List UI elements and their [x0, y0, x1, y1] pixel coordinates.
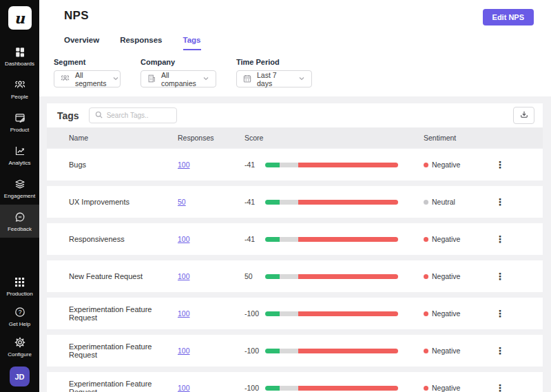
row-menu-button[interactable]: ⋮ [491, 233, 509, 245]
sidebar-item-product[interactable]: Product [0, 105, 39, 138]
sidebar-item-people[interactable]: People [0, 72, 39, 105]
column-header-name: Name [69, 134, 178, 142]
content-area: Tags Name Responses Score Sentiment [39, 96, 551, 392]
score-value: -100 [245, 309, 265, 318]
filter-bar: Segment All segments Company [54, 58, 551, 96]
avatar-initials: JD [14, 373, 24, 381]
edit-nps-button[interactable]: Edit NPS [483, 9, 534, 25]
responses-link[interactable]: 100 [178, 384, 190, 392]
table-header: Name Responses Score Sentiment [47, 127, 543, 148]
sentiment-dot-icon [424, 386, 428, 391]
tags-search-box [89, 107, 177, 123]
sentiment-badge: Negative [424, 309, 491, 318]
responses-link[interactable]: 100 [178, 309, 190, 318]
sidebar: u Dashboards People Product Analytics [0, 0, 39, 392]
sidebar-item-label: Analytics [8, 160, 30, 166]
sentiment-badge: Neutral [424, 198, 491, 206]
tab-tags[interactable]: Tags [183, 36, 201, 50]
sidebar-item-dashboards[interactable]: Dashboards [0, 39, 39, 72]
tags-search-input[interactable] [107, 112, 171, 119]
responses-link[interactable]: 100 [178, 235, 190, 243]
score-bar [265, 386, 398, 391]
tags-panel-title: Tags [57, 110, 79, 121]
sidebar-item-configure[interactable]: Configure [0, 331, 39, 362]
app-window: u Dashboards People Product Analytics [0, 0, 551, 392]
sidebar-item-label: Get Help [9, 321, 31, 327]
score-bar [265, 237, 398, 242]
company-select-value: All companies [161, 71, 197, 87]
svg-text:?: ? [18, 309, 21, 316]
time-period-select[interactable]: Last 7 days [236, 70, 312, 87]
table-row[interactable]: Experimentation Feature Request 100 -100… [47, 298, 543, 329]
table-row[interactable]: New Feature Request 100 50 Negative ⋮ [47, 260, 543, 292]
tag-name: New Feature Request [69, 272, 178, 280]
company-select[interactable]: All companies [141, 70, 216, 87]
engagement-icon [14, 178, 26, 190]
table-row[interactable]: Responsiveness 100 -41 Negative ⋮ [47, 223, 543, 255]
score-value: -41 [245, 161, 265, 169]
table-row[interactable]: UX Improvements 50 -41 Neutral ⋮ [47, 186, 543, 218]
row-menu-button[interactable]: ⋮ [491, 196, 509, 208]
score-bar [265, 163, 398, 167]
time-period-select-value: Last 7 days [257, 71, 293, 87]
download-button[interactable] [513, 107, 534, 124]
responses-link[interactable]: 100 [178, 272, 190, 280]
sidebar-item-analytics[interactable]: Analytics [0, 138, 39, 172]
tab-overview[interactable]: Overview [64, 36, 99, 50]
bar-promoters-segment [265, 386, 280, 391]
column-header-score: Score [245, 134, 265, 142]
sidebar-item-label: Configure [8, 351, 32, 358]
sidebar-item-label: Feedback [8, 226, 32, 232]
help-icon: ? [14, 306, 26, 318]
score-bar [265, 311, 398, 316]
user-avatar[interactable]: JD [10, 367, 30, 386]
segment-filter: Segment All segments [54, 58, 121, 87]
responses-link[interactable]: 100 [178, 161, 190, 169]
sidebar-item-label: Production [6, 291, 32, 297]
row-menu-button[interactable]: ⋮ [491, 270, 509, 282]
table-row[interactable]: Bugs 100 -41 Negative ⋮ [47, 149, 543, 180]
sentiment-badge: Negative [424, 347, 491, 355]
segment-select-value: All segments [75, 71, 107, 87]
bar-detractors-segment [298, 386, 398, 391]
responses-link[interactable]: 100 [178, 347, 190, 355]
sidebar-item-get-help[interactable]: ? Get Help [0, 301, 39, 331]
sentiment-dot-icon [424, 274, 428, 279]
bar-promoters-segment [265, 163, 280, 167]
table-row[interactable]: Experimentation Feature Request 100 -100… [47, 372, 543, 392]
tag-name: UX Improvements [69, 198, 178, 206]
sidebar-item-engagement[interactable]: Engagement [0, 172, 39, 205]
table-row[interactable]: Experimentation Feature Request 100 -100… [47, 335, 543, 367]
company-filter: Company All companies [141, 58, 216, 87]
userpilot-logo[interactable]: u [8, 6, 32, 30]
sentiment-badge: Negative [424, 161, 491, 169]
bar-passives-segment [280, 386, 298, 391]
row-menu-button[interactable]: ⋮ [491, 382, 509, 392]
sidebar-item-production[interactable]: Production [0, 271, 39, 301]
tag-name: Experimentation Feature Request [69, 342, 178, 359]
bar-detractors-segment [298, 274, 398, 279]
sentiment-label: Negative [432, 161, 460, 169]
bar-detractors-segment [298, 163, 398, 167]
tab-responses[interactable]: Responses [120, 36, 162, 50]
dashboards-icon [14, 45, 26, 58]
segment-select[interactable]: All segments [54, 70, 121, 87]
sentiment-dot-icon [424, 237, 428, 242]
row-menu-button[interactable]: ⋮ [491, 344, 509, 357]
chevron-down-icon [202, 74, 210, 84]
row-menu-button[interactable]: ⋮ [491, 307, 509, 320]
responses-link[interactable]: 50 [178, 198, 186, 206]
sidebar-item-feedback[interactable]: Feedback [0, 205, 39, 238]
bar-detractors-segment [298, 349, 398, 353]
row-menu-button[interactable]: ⋮ [491, 158, 509, 171]
score-value: -41 [245, 198, 265, 206]
sentiment-label: Neutral [432, 198, 455, 206]
tab-bar: Overview Responses Tags [64, 36, 551, 50]
score-value: 50 [245, 272, 265, 280]
bar-promoters-segment [265, 274, 280, 279]
gear-icon [14, 336, 26, 349]
bar-passives-segment [280, 349, 298, 353]
sentiment-dot-icon [424, 200, 428, 205]
bar-passives-segment [280, 200, 298, 205]
company-icon [147, 74, 156, 85]
